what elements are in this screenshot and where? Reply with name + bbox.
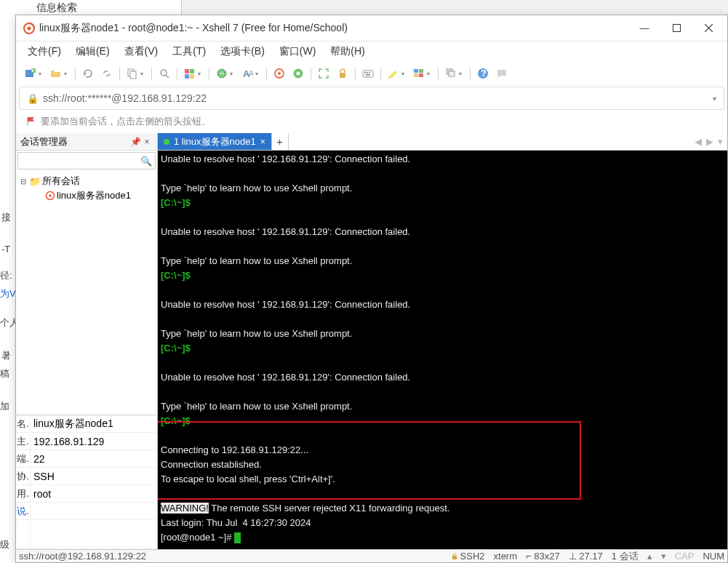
link-icon[interactable] (98, 65, 116, 82)
menu-file[interactable]: 文件(F) (22, 43, 67, 60)
dropdown-icon[interactable]: ▾ (198, 71, 204, 77)
add-tab-button[interactable]: + (271, 133, 289, 150)
address-url: ssh://root:******@192.168.91.129:22 (43, 92, 708, 104)
hint-bar: 要添加当前会话，点击左侧的箭头按钮。 (19, 111, 724, 132)
main-area: 1 linux服务器node1 × + ◀ ▶ ▾ Unable to reso… (158, 133, 727, 549)
prop-row-empty (16, 520, 157, 549)
svg-rect-2 (673, 25, 680, 32)
tab-prev-icon[interactable]: ◀ (695, 136, 702, 147)
menu-help[interactable]: 帮助(H) (324, 43, 370, 60)
status-size: ⌐ 83x27 (526, 551, 560, 562)
dropdown-icon[interactable]: ▾ (64, 71, 70, 77)
bg-item-1: 信息检索 (0, 0, 181, 16)
separator (119, 68, 120, 79)
dropdown-icon[interactable]: ▾ (255, 71, 261, 77)
fullscreen-icon[interactable] (315, 65, 332, 82)
status-ssh: SSH2 (451, 551, 485, 562)
dropdown-icon[interactable]: ▾ (230, 71, 236, 77)
svg-point-16 (278, 72, 281, 75)
sidebar-search[interactable]: 🔍 (17, 152, 156, 169)
app-icon (23, 23, 35, 34)
svg-text:A: A (248, 68, 253, 79)
tab-next-icon[interactable]: ▶ (706, 136, 713, 147)
minimize-button[interactable]: — (628, 17, 660, 39)
highlighter-icon[interactable] (385, 65, 402, 82)
prop-row-desc: 说. (16, 503, 157, 520)
separator (355, 68, 356, 79)
search-icon[interactable]: 🔍 (137, 156, 155, 167)
pin-icon[interactable]: 📌 (129, 137, 141, 147)
titlebar: linux服务器node1 - root@node1:~ - Xshell 7 … (16, 15, 727, 41)
svg-point-18 (297, 72, 300, 76)
tree-item[interactable]: linux服务器node1 (19, 188, 154, 203)
lock-icon: 🔒 (27, 93, 39, 104)
reconnect-icon[interactable] (79, 65, 97, 82)
menubar: 文件(F) 编辑(E) 查看(V) 工具(T) 选项卡(B) 窗口(W) 帮助(… (16, 41, 727, 62)
session-tree[interactable]: ⊟ 📁 所有会话 linux服务器node1 (16, 171, 157, 415)
close-panel-icon[interactable]: × (141, 137, 153, 147)
chat-icon[interactable] (493, 65, 511, 82)
session-icon (45, 191, 55, 201)
svg-rect-23 (369, 72, 370, 73)
menu-window[interactable]: 窗口(W) (273, 43, 322, 60)
keyboard-icon[interactable] (359, 65, 377, 82)
statusbar: ssh://root@192.168.91.129:22 SSH2 xterm … (16, 549, 727, 562)
search-icon[interactable] (156, 65, 173, 82)
close-tab-icon[interactable]: × (260, 137, 265, 147)
xftp-icon[interactable] (289, 65, 307, 82)
globe-icon[interactable] (213, 65, 231, 82)
dropdown-icon[interactable]: ▾ (459, 71, 465, 77)
lock-icon[interactable] (334, 65, 351, 82)
separator (470, 68, 471, 79)
status-pos: ⊥ 27.17 (569, 551, 603, 562)
separator (311, 68, 311, 79)
dropdown-icon[interactable]: ▾ (401, 71, 407, 77)
status-sessions: 1 会话 (612, 550, 639, 563)
hint-text: 要添加当前会话，点击左侧的箭头按钮。 (41, 115, 211, 128)
tab-nav: ◀ ▶ ▾ (690, 133, 727, 150)
separator (75, 68, 76, 79)
svg-rect-28 (419, 73, 423, 77)
menu-tools[interactable]: 工具(T) (167, 43, 212, 60)
session-manager-panel: 会话管理器 📌 × 🔍 ⊟ 📁 所有会话 linux服务器node1 (16, 133, 158, 549)
font-icon[interactable]: AA (239, 65, 256, 82)
search-input[interactable] (18, 156, 137, 166)
property-grid: 名.linux服务器node1 主.192.168.91.129 端.22 协.… (16, 415, 157, 549)
color-scheme-icon[interactable] (181, 65, 199, 82)
svg-rect-25 (414, 69, 418, 73)
cursor (234, 532, 241, 543)
separator (266, 68, 267, 79)
tile-icon[interactable] (410, 65, 428, 82)
svg-rect-9 (190, 69, 194, 73)
menu-view[interactable]: 查看(V) (119, 43, 164, 60)
tab-session[interactable]: 1 linux服务器node1 × (158, 133, 271, 150)
help-icon[interactable]: ? (474, 65, 492, 82)
dropdown-icon[interactable]: ▾ (713, 95, 716, 103)
tree-root[interactable]: ⊟ 📁 所有会话 (19, 174, 154, 188)
maximize-button[interactable] (660, 17, 692, 39)
close-button[interactable] (692, 17, 724, 39)
sidebar-title: 会话管理器 (20, 135, 129, 148)
menu-tabs[interactable]: 选项卡(B) (215, 43, 271, 60)
dropdown-icon[interactable]: ▾ (427, 71, 433, 77)
flag-icon (26, 116, 36, 127)
address-bar[interactable]: 🔒 ssh://root:******@192.168.91.129:22 ▾ (19, 87, 724, 110)
menu-edit[interactable]: 编辑(E) (70, 43, 116, 60)
terminal[interactable]: Unable to resolve host ' 192.168.91.129'… (158, 151, 727, 549)
open-folder-icon[interactable] (47, 65, 65, 82)
svg-rect-22 (367, 72, 368, 73)
sidebar-header: 会话管理器 📌 × (16, 133, 157, 151)
svg-rect-27 (414, 73, 418, 77)
xshell-icon[interactable] (271, 65, 288, 82)
svg-rect-8 (185, 69, 189, 73)
copy-icon[interactable] (124, 65, 141, 82)
tab-menu-icon[interactable]: ▾ (718, 136, 723, 147)
cascade-icon[interactable] (442, 65, 460, 82)
new-session-icon[interactable] (22, 65, 39, 82)
dropdown-icon[interactable]: ▾ (140, 71, 146, 77)
collapse-icon[interactable]: ⊟ (19, 177, 28, 185)
lock-icon (451, 553, 458, 560)
dropdown-icon[interactable]: ▾ (39, 71, 44, 77)
separator (151, 68, 152, 79)
svg-rect-10 (185, 74, 189, 79)
